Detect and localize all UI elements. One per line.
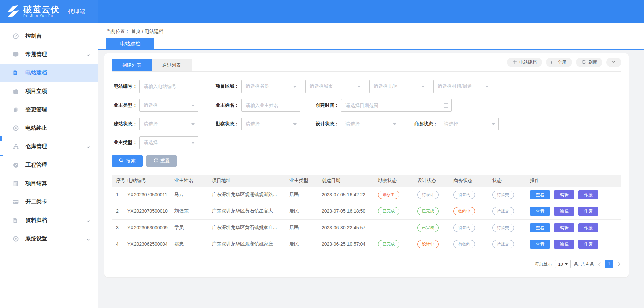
select-caret-icon: [293, 123, 297, 127]
chevron-down-icon: [86, 237, 90, 243]
sidebar-scroll-mark: [0, 136, 2, 141]
view-button[interactable]: 查看: [530, 240, 550, 249]
breadcrumb-home-link[interactable]: 首页: [131, 28, 141, 34]
cell-address: 广东深圳龙华区观澜镇观湖路...: [212, 192, 289, 198]
design-status-label: 设计状态：: [314, 121, 339, 127]
view-button[interactable]: 查看: [530, 190, 550, 199]
filter-buttons: 搜索 重置: [112, 155, 621, 167]
status-badge: 已完成: [378, 207, 399, 215]
sidebar-item-label: 项目立项: [25, 88, 47, 95]
create-time-range-picker[interactable]: [341, 99, 452, 112]
province-select[interactable]: 请选择省份: [241, 80, 300, 93]
portal-label: 代理端: [64, 8, 85, 16]
search-label: 搜索: [126, 158, 136, 164]
reset-button[interactable]: 重置: [146, 155, 177, 167]
table-row: 1 YX2023070500011 马云 广东深圳龙华区观澜镇观湖路... 居民…: [112, 187, 621, 203]
briefcase-icon: [13, 88, 20, 95]
sidebar-item-warehouse[interactable]: 仓库管理: [0, 137, 98, 156]
design-status-select[interactable]: 请选择: [341, 118, 400, 130]
owner-type2-placeholder: 请选择: [144, 140, 158, 146]
build-status-select[interactable]: 请选择: [139, 118, 198, 130]
table-row: 3 YX2023063000009 学员 广东深圳龙华区黄石镇姚家庄... 居民…: [112, 220, 621, 236]
sidebar-item-settlement[interactable]: 项目结算: [0, 174, 98, 193]
owner-type-select[interactable]: 请选择: [139, 99, 198, 112]
next-page-button[interactable]: [616, 262, 621, 267]
survey-status-placeholder: 请选择: [246, 121, 260, 127]
county-select[interactable]: 请选择县/区: [369, 80, 428, 93]
page-size-select[interactable]: 10: [555, 260, 571, 268]
owner-type2-select[interactable]: 请选择: [139, 136, 198, 149]
edit-button[interactable]: 编辑: [554, 190, 574, 199]
sidebar-item-type2-card[interactable]: 开二类卡: [0, 193, 98, 211]
city-select[interactable]: 请选择城市: [305, 80, 364, 93]
edit-button[interactable]: 编辑: [554, 240, 574, 249]
owner-type-label: 业主类型：: [112, 102, 137, 108]
sidebar-item-general[interactable]: 常规管理: [0, 45, 98, 64]
filter-row-1: 电站编号： 项目区域： 请选择省份 请选择城市 请选择县/区: [112, 80, 621, 93]
cell-plant-no: YX2023070500011: [127, 192, 174, 197]
plant-no-input[interactable]: [140, 80, 198, 93]
cell-date: 2023-06-25 10:57:04: [322, 241, 378, 247]
refresh-icon: [581, 60, 586, 65]
sidebar-item-console[interactable]: 控制台: [0, 27, 98, 45]
view-button[interactable]: 查看: [530, 223, 550, 232]
filter-row-4: 业主类型： 请选择: [112, 136, 621, 149]
col-status: 状态: [492, 178, 530, 184]
sidebar-item-label: 资料归档: [25, 217, 47, 224]
business-status-label: 商务状态：: [412, 121, 438, 127]
view-button[interactable]: 查看: [530, 207, 550, 216]
sidebar-item-system-settings[interactable]: 系统设置: [0, 230, 98, 248]
create-time-input[interactable]: [341, 99, 451, 111]
document-icon: [13, 70, 20, 76]
calculator-icon: [13, 181, 20, 187]
status-badge: 待签约: [453, 224, 475, 232]
village-select[interactable]: 请选择村镇/街道: [433, 80, 492, 93]
sidebar-item-plant-termination[interactable]: 电站终止: [0, 119, 98, 137]
void-button[interactable]: 作废: [578, 223, 598, 232]
tab-create-list[interactable]: 创建列表: [112, 59, 152, 71]
business-status-select[interactable]: 请选择: [440, 118, 499, 130]
pagination: 每页显示 10 条, 共 4 条 1: [112, 260, 621, 268]
cell-address: 广东深圳龙华区黄石镇星官大...: [212, 208, 289, 214]
chevron-down-icon: [86, 219, 90, 225]
fullscreen-button[interactable]: 全屏: [546, 58, 572, 67]
sidebar: 控制台 常规管理 电站建档 项目立项 变更管理 电站终止: [0, 23, 98, 308]
cell-plant-no: YX2023062500004: [127, 241, 174, 247]
sidebar-item-archives[interactable]: 资料归档: [0, 211, 98, 230]
void-button[interactable]: 作废: [578, 240, 598, 249]
chevron-down-icon: [86, 145, 90, 151]
page-number-current[interactable]: 1: [605, 260, 613, 268]
col-type: 业主类型: [289, 178, 322, 184]
build-status-label: 建站状态：: [112, 121, 137, 127]
select-caret-icon: [492, 123, 495, 127]
target-icon: [13, 125, 20, 131]
archive-icon: [13, 218, 20, 224]
create-plant-button[interactable]: 电站建档: [507, 58, 542, 67]
sidebar-item-project-initiation[interactable]: 项目立项: [0, 82, 98, 101]
survey-status-select[interactable]: 请选择: [241, 118, 300, 130]
void-button[interactable]: 作废: [578, 190, 598, 199]
sidebar-item-engineering[interactable]: 工程管理: [0, 156, 98, 174]
prev-page-button[interactable]: [597, 262, 602, 267]
cell-owner: 学员: [174, 225, 212, 231]
status-badge: 待签约: [453, 191, 475, 199]
sidebar-item-plant-filing[interactable]: 电站建档: [0, 64, 98, 82]
sidebar-item-change-management[interactable]: 变更管理: [0, 101, 98, 119]
select-caret-icon: [421, 86, 425, 89]
edit-button[interactable]: 编辑: [554, 223, 574, 232]
sidebar-item-label: 电站建档: [25, 69, 47, 76]
search-button[interactable]: 搜索: [112, 155, 143, 167]
panel-card: 创建列表 通过列表 电站建档 全屏 刷新: [104, 53, 629, 278]
tab-passed-list[interactable]: 通过列表: [152, 59, 192, 71]
edit-button[interactable]: 编辑: [554, 207, 574, 216]
status-badge: 已完成: [417, 207, 439, 215]
logo-subtitle: Po Jian Yun Fu: [23, 14, 60, 18]
page-tab-plant-filing[interactable]: 电站建档: [106, 38, 154, 49]
sidebar-item-label: 电站终止: [25, 125, 47, 132]
refresh-button[interactable]: 刷新: [576, 58, 602, 67]
owner-name-input[interactable]: [241, 99, 300, 111]
void-button[interactable]: 作废: [578, 207, 598, 216]
chevron-down-icon: [86, 53, 90, 59]
collapse-button[interactable]: [606, 58, 621, 67]
col-actions: 操作: [530, 178, 621, 184]
